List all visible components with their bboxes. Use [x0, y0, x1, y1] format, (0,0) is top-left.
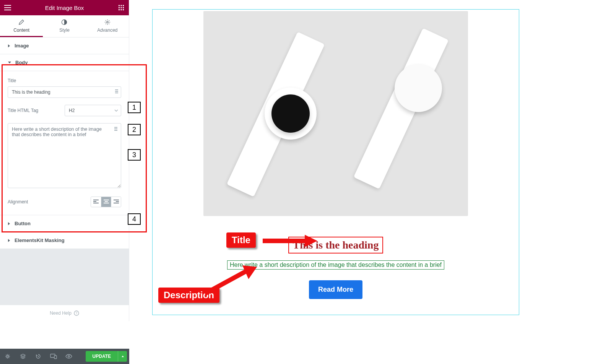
svg-rect-6 — [119, 9, 120, 10]
contrast-icon — [61, 19, 67, 25]
svg-rect-5 — [123, 7, 124, 8]
svg-rect-7 — [121, 9, 122, 10]
section-image-label: Image — [15, 43, 29, 49]
navigator-icon[interactable] — [15, 349, 31, 364]
caret-right-icon — [8, 44, 11, 48]
apps-icon[interactable] — [117, 5, 125, 10]
pencil-icon — [18, 19, 24, 25]
svg-text:?: ? — [75, 311, 77, 315]
svg-rect-3 — [119, 7, 120, 8]
history-icon[interactable] — [31, 349, 46, 364]
menu-icon[interactable] — [4, 5, 11, 10]
annotation-arrow-desc — [201, 263, 258, 297]
svg-rect-0 — [119, 5, 120, 6]
panel-header: Edit Image Box — [0, 0, 129, 15]
annotation-arrow-title — [261, 232, 318, 249]
tab-style-label: Style — [59, 28, 70, 33]
section-masking[interactable]: ElementsKit Masking — [0, 232, 129, 249]
tab-content[interactable]: Content — [0, 15, 43, 37]
svg-rect-2 — [123, 5, 124, 6]
settings-icon[interactable] — [0, 349, 15, 364]
gear-icon — [104, 19, 110, 25]
help-icon: ? — [74, 310, 79, 316]
svg-rect-15 — [54, 356, 57, 359]
product-image — [203, 11, 468, 216]
tab-advanced-label: Advanced — [97, 28, 117, 33]
svg-point-10 — [107, 21, 108, 23]
svg-point-16 — [68, 356, 70, 357]
read-more-button[interactable]: Read More — [309, 280, 362, 299]
svg-point-13 — [7, 356, 9, 358]
caret-down-icon — [8, 61, 11, 64]
settings-tabs: Content Style Advanced — [0, 15, 129, 37]
annotation-marker-4: 4 — [128, 213, 141, 225]
tab-advanced[interactable]: Advanced — [86, 15, 129, 37]
section-masking-label: ElementsKit Masking — [15, 237, 65, 243]
preview-description: Here write a short description of the im… — [227, 260, 444, 270]
tab-style[interactable]: Style — [43, 15, 86, 37]
need-help-label: Need Help — [50, 310, 72, 316]
responsive-icon[interactable] — [46, 349, 61, 364]
update-options-button[interactable] — [118, 351, 127, 362]
svg-rect-4 — [121, 7, 122, 8]
annotation-title-badge: Title — [226, 232, 256, 248]
panel-footer: UPDATE — [0, 349, 129, 364]
need-help[interactable]: Need Help ? — [0, 305, 129, 321]
preview-icon[interactable] — [61, 349, 76, 364]
panel-title: Edit Image Box — [11, 5, 117, 11]
update-button[interactable]: UPDATE — [86, 351, 118, 362]
section-image[interactable]: Image — [0, 37, 129, 54]
svg-rect-8 — [123, 9, 124, 10]
tab-content-label: Content — [13, 28, 29, 33]
caret-right-icon — [8, 239, 11, 242]
annotation-marker-2: 2 — [128, 124, 141, 135]
svg-rect-1 — [121, 5, 122, 6]
annotation-body-box — [2, 64, 147, 232]
annotation-marker-3: 3 — [128, 149, 141, 161]
annotation-marker-1: 1 — [128, 102, 141, 113]
